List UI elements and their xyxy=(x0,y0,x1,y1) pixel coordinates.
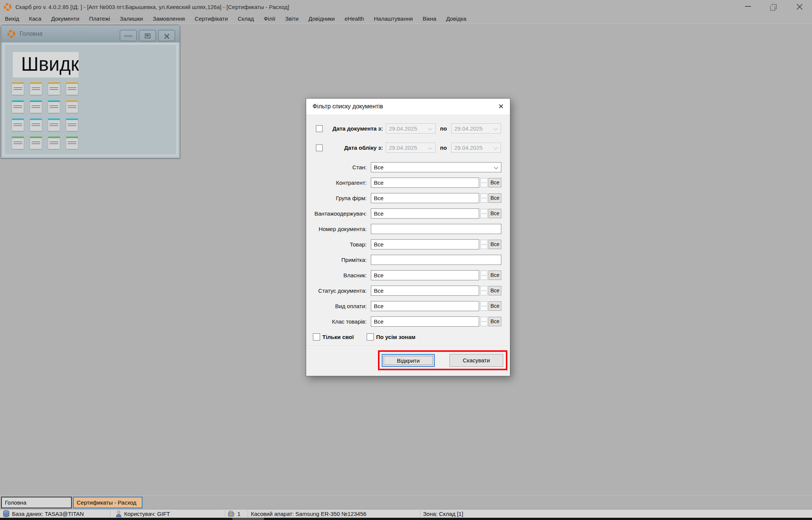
tile-label xyxy=(14,123,22,126)
counterparty-browse-button[interactable]: ··· xyxy=(480,178,487,187)
cancel-button[interactable]: Скасувати xyxy=(449,354,503,367)
counterparty-input[interactable]: Все xyxy=(371,178,479,188)
owner-all-button[interactable]: Все xyxy=(489,271,501,280)
firm-group-all-button[interactable]: Все xyxy=(489,193,501,203)
quick-tile[interactable] xyxy=(30,82,42,95)
menu-payments[interactable]: Платежі xyxy=(84,15,115,22)
tab-home[interactable]: Головна xyxy=(1,497,72,508)
cash-register-icon xyxy=(228,510,235,517)
tile-label xyxy=(32,87,40,90)
close-icon: ✕ xyxy=(498,103,504,110)
skarb-logo-icon xyxy=(3,3,12,11)
doc-date-checkbox[interactable] xyxy=(316,125,323,132)
dialog-close-button[interactable]: ✕ xyxy=(496,102,506,111)
goods-class-value: Все xyxy=(374,318,384,325)
consignee-input[interactable]: Все xyxy=(371,208,479,219)
restore-button[interactable] xyxy=(762,0,785,14)
acc-date-from-combo[interactable]: 29.04.2025 xyxy=(386,143,436,153)
firm-group-browse-button[interactable]: ··· xyxy=(480,193,487,203)
menu-settings[interactable]: Налаштування xyxy=(369,15,418,22)
menu-exit[interactable]: Вихід xyxy=(0,15,24,22)
quick-tile[interactable] xyxy=(12,100,24,113)
firm-group-input[interactable]: Все xyxy=(371,193,479,203)
window-controls xyxy=(725,0,812,14)
menu-orders[interactable]: Замовлення xyxy=(148,15,190,22)
consignee-all-button[interactable]: Все xyxy=(489,209,501,218)
tab-certificates[interactable]: Сертификаты - Расход xyxy=(73,497,143,508)
menu-certificates[interactable]: Сертифікати xyxy=(190,15,233,22)
doc-number-input[interactable] xyxy=(371,224,501,234)
owner-browse-button[interactable]: ··· xyxy=(480,271,487,280)
user-text: Користувач: GIFT xyxy=(124,511,170,517)
product-input[interactable]: Все xyxy=(371,239,479,249)
tile-color-bar xyxy=(12,100,24,102)
payment-type-row: Вид оплати: Все ··· Все xyxy=(308,301,501,311)
all-button-label: Все xyxy=(490,303,499,309)
child-minimize-button[interactable] xyxy=(120,30,137,41)
quick-tile[interactable] xyxy=(12,137,24,149)
child-restore-button[interactable] xyxy=(139,30,156,41)
menu-stock[interactable]: Залишки xyxy=(115,15,148,22)
doc-date-from-value: 29.04.2025 xyxy=(389,125,417,132)
quick-tile[interactable] xyxy=(66,100,78,113)
only-own-checkbox[interactable] xyxy=(313,333,320,341)
product-all-button[interactable]: Все xyxy=(489,240,501,249)
tile-color-bar xyxy=(66,137,78,138)
dialog-separator xyxy=(306,346,510,347)
payment-type-all-button[interactable]: Все xyxy=(489,301,501,311)
acc-date-checkbox[interactable] xyxy=(316,144,323,151)
menu-directories[interactable]: Довідники xyxy=(304,15,340,22)
goods-class-label: Клас товарів: xyxy=(308,318,367,325)
menu-warehouse[interactable]: Склад xyxy=(233,15,259,22)
consignee-browse-button[interactable]: ··· xyxy=(480,209,487,218)
quick-tile[interactable] xyxy=(30,100,42,113)
product-browse-button[interactable]: ··· xyxy=(480,240,487,249)
menu-windows[interactable]: Вікна xyxy=(418,15,442,22)
open-button[interactable]: Відкрити xyxy=(382,354,435,367)
menu-reports[interactable]: Звіти xyxy=(280,15,304,22)
note-input[interactable] xyxy=(371,255,501,265)
tile-label xyxy=(32,105,40,108)
close-button[interactable] xyxy=(788,0,810,14)
quick-tile[interactable] xyxy=(48,137,60,149)
quick-tile[interactable] xyxy=(66,137,78,149)
menu-branches[interactable]: Філії xyxy=(259,15,280,22)
quick-tile[interactable] xyxy=(30,119,42,131)
tile-label xyxy=(68,141,76,144)
payment-type-browse-button[interactable]: ··· xyxy=(480,301,487,311)
minimize-button[interactable] xyxy=(737,0,759,14)
child-window-titlebar[interactable]: Головна xyxy=(1,25,180,43)
quick-tile[interactable] xyxy=(66,119,78,131)
menu-help[interactable]: Довідка xyxy=(441,15,471,22)
acc-date-to-combo[interactable]: 29.04.2025 xyxy=(451,143,501,153)
doc-date-to-combo[interactable]: 29.04.2025 xyxy=(451,123,501,134)
menu-ehealth[interactable]: eHealth xyxy=(340,15,369,22)
window-title: Скарб pro v. 4.0.2.85 [ІД: ] - [Апт №003… xyxy=(15,4,289,10)
menu-documents[interactable]: Документи xyxy=(46,15,84,22)
tile-label xyxy=(68,87,76,90)
quick-tile[interactable] xyxy=(48,82,60,95)
payment-type-input[interactable]: Все xyxy=(371,301,479,311)
tile-label xyxy=(32,123,40,126)
quick-tile[interactable] xyxy=(30,137,42,149)
doc-status-browse-button[interactable]: ··· xyxy=(480,286,487,295)
counterparty-all-button[interactable]: Все xyxy=(489,178,501,187)
doc-status-all-button[interactable]: Все xyxy=(489,286,501,295)
owner-label: Власник: xyxy=(308,272,367,278)
quick-tile[interactable] xyxy=(48,100,60,113)
ellipsis-icon: ··· xyxy=(481,242,487,247)
owner-input[interactable]: Все xyxy=(371,270,479,280)
quick-tile[interactable] xyxy=(12,119,24,131)
quick-tile[interactable] xyxy=(48,119,60,131)
doc-date-from-combo[interactable]: 29.04.2025 xyxy=(386,123,436,134)
goods-class-input[interactable]: Все xyxy=(371,316,479,327)
quick-tile[interactable] xyxy=(66,82,78,95)
doc-status-input[interactable]: Все xyxy=(371,286,479,296)
goods-class-browse-button[interactable]: ··· xyxy=(480,317,487,326)
all-zones-checkbox[interactable] xyxy=(367,333,374,341)
menu-cash[interactable]: Каса xyxy=(24,15,46,22)
child-close-button[interactable] xyxy=(158,30,175,41)
state-combo[interactable]: Все xyxy=(371,162,501,172)
goods-class-all-button[interactable]: Все xyxy=(489,317,501,326)
quick-tile[interactable] xyxy=(12,82,24,95)
